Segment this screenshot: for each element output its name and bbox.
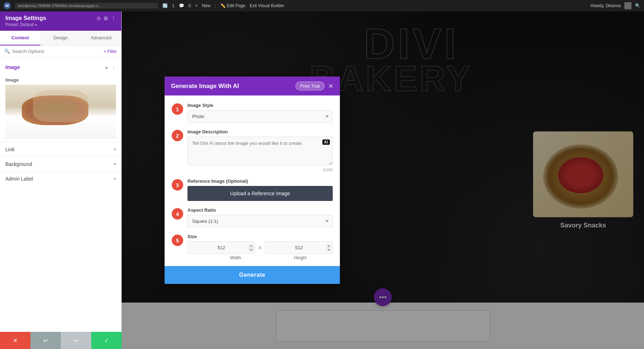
upload-reference-button[interactable]: Upload a Reference Image <box>187 186 333 201</box>
sidebar-sections: Image ▲ ⋮ Image Link ▾ <box>0 57 121 335</box>
modal-close-button[interactable]: ✕ <box>328 82 333 90</box>
link-chevron-icon: ▾ <box>114 147 116 152</box>
link-section: Link ▾ <box>0 142 121 157</box>
background-section-header[interactable]: Background ▾ <box>0 157 121 171</box>
admin-label-section-header[interactable]: Admin Label ▾ <box>0 172 121 186</box>
step-2-content: Image Description AI 0/200 <box>187 129 333 172</box>
height-down-button[interactable]: ▼ <box>326 248 331 251</box>
step-5-content: Size ▲ ▼ ✕ <box>187 234 333 260</box>
focus-icon[interactable]: ⊙ <box>97 15 101 21</box>
step-1-content: Image Style Photo Illustration Abstract … <box>187 103 333 123</box>
admin-label-chevron-icon: ▾ <box>114 176 116 181</box>
tab-advanced[interactable]: Advanced <box>81 31 121 45</box>
wp-comment-count: 0 <box>189 3 191 8</box>
image-desc-label: Image Description <box>187 129 333 134</box>
admin-label-label: Admin Label <box>5 176 33 182</box>
image-style-label: Image Style <box>187 103 333 108</box>
modal-body: 1 Image Style Photo Illustration Abstrac… <box>165 95 340 266</box>
section-more-icon[interactable]: ⋮ <box>112 65 116 70</box>
width-down-button[interactable]: ▼ <box>249 248 254 251</box>
step-5-circle: 5 <box>172 235 183 246</box>
wp-comment-icon[interactable]: 💬 <box>179 3 184 8</box>
undo-icon: ↩ <box>43 337 48 344</box>
width-spinners: ▲ ▼ <box>249 244 254 251</box>
tab-design[interactable]: Design <box>40 31 81 45</box>
size-x-separator: ✕ <box>258 245 262 251</box>
step-5-row: 5 Size ▲ ▼ <box>172 234 333 260</box>
ai-badge: AI <box>322 139 330 145</box>
search-bar: 🔍 + Filter <box>0 46 121 57</box>
main-content: DIVI BAKERY Savory Snacks ••• Generate I… <box>122 11 644 349</box>
height-spinners: ▲ ▼ <box>326 244 331 251</box>
step-3-circle: 3 <box>172 179 183 191</box>
image-desc-textarea[interactable] <box>187 137 333 165</box>
redo-button[interactable]: ↪ <box>61 332 91 349</box>
edit-page-link[interactable]: ✏️ Edit Page <box>220 3 245 8</box>
aspect-ratio-label: Aspect Ratio <box>187 207 333 213</box>
aspect-ratio-select[interactable]: Square (1:1) Landscape (16:9) Portrait (… <box>187 215 333 227</box>
wp-admin-bar: W wordpress-784896-3766464.cloudwaysapps… <box>0 0 644 11</box>
search-icon: 🔍 <box>4 49 10 54</box>
exit-builder-link[interactable]: Exit Visual Builder <box>250 3 284 8</box>
step-3-row: 3 Reference Image (Optional) Upload a Re… <box>172 178 333 201</box>
sidebar-header: Image Settings ⊙ ⊞ ⋮ Preset: Default ▾ <box>0 11 121 31</box>
undo-button[interactable]: ↩ <box>30 332 61 349</box>
step-2-circle: 2 <box>172 130 183 141</box>
image-section-header[interactable]: Image ▲ ⋮ <box>0 61 121 74</box>
height-input[interactable] <box>265 241 333 254</box>
background-section: Background ▾ <box>0 157 121 171</box>
image-section-title: Image <box>5 64 20 70</box>
ai-modal: Generate Image With AI Free Trial ✕ 1 Im… <box>165 77 340 284</box>
more-icon[interactable]: ⋮ <box>111 15 116 21</box>
reference-image-label: Reference Image (Optional) <box>187 178 333 184</box>
search-input[interactable] <box>12 49 102 54</box>
image-style-select[interactable]: Photo Illustration Abstract Painting <box>187 110 333 123</box>
wp-logo-icon[interactable]: W <box>4 2 11 9</box>
width-input-wrapper: ▲ ▼ <box>187 241 255 254</box>
collapse-icon[interactable]: ▲ <box>104 65 109 70</box>
close-icon: ✕ <box>13 337 18 344</box>
size-labels: Width Height <box>187 254 333 260</box>
save-icon: ✓ <box>104 337 109 344</box>
step-4-circle: 4 <box>172 208 183 220</box>
save-button[interactable]: ✓ <box>91 332 122 349</box>
sidebar-tabs: Content Design Advanced <box>0 31 121 46</box>
height-input-wrapper: ▲ ▼ <box>265 241 333 254</box>
modal-overlay: Generate Image With AI Free Trial ✕ 1 Im… <box>122 11 644 349</box>
size-label: Size <box>187 234 333 239</box>
image-preview-box <box>5 85 116 138</box>
generate-button[interactable]: Generate <box>165 266 340 284</box>
avatar-icon <box>624 2 631 9</box>
step-4-row: 4 Aspect Ratio Square (1:1) Landscape (1… <box>172 207 333 227</box>
width-input[interactable] <box>187 241 255 254</box>
size-row: ▲ ▼ ✕ ▲ ▼ <box>187 241 333 254</box>
new-link[interactable]: New <box>202 3 210 8</box>
close-button[interactable]: ✕ <box>0 332 30 349</box>
step-1-circle: 1 <box>172 103 183 115</box>
width-label: Width <box>203 255 268 260</box>
char-count: 0/200 <box>187 168 333 172</box>
free-trial-badge[interactable]: Free Trial <box>296 82 325 90</box>
modal-footer: Generate <box>165 266 340 284</box>
width-up-button[interactable]: ▲ <box>249 244 254 247</box>
filter-button[interactable]: + Filter <box>104 49 117 54</box>
modal-header: Generate Image With AI Free Trial ✕ <box>165 77 340 95</box>
layout-icon[interactable]: ⊞ <box>104 15 108 21</box>
link-section-header[interactable]: Link ▾ <box>0 142 121 157</box>
search-icon[interactable]: 🔍 <box>635 3 640 8</box>
image-field-label: Image <box>5 77 116 83</box>
height-up-button[interactable]: ▲ <box>326 244 331 247</box>
wp-counter-1[interactable]: 🔄 <box>162 3 168 8</box>
tab-content[interactable]: Content <box>0 31 40 45</box>
redo-icon: ↪ <box>74 337 78 344</box>
bottom-toolbar: ✕ ↩ ↪ ✓ <box>0 332 122 349</box>
url-bar: wordpress-784896-3766464.cloudwaysapps.c… <box>15 3 158 9</box>
step-1-row: 1 Image Style Photo Illustration Abstrac… <box>172 103 333 123</box>
textarea-wrapper: AI <box>187 137 333 167</box>
step-3-content: Reference Image (Optional) Upload a Refe… <box>187 178 333 201</box>
background-chevron-icon: ▾ <box>114 162 116 167</box>
link-label: Link <box>5 147 15 152</box>
step-2-row: 2 Image Description AI 0/200 <box>172 129 333 172</box>
preset-label[interactable]: Preset: Default ▾ <box>5 22 116 27</box>
plus-icon: + <box>195 3 197 8</box>
